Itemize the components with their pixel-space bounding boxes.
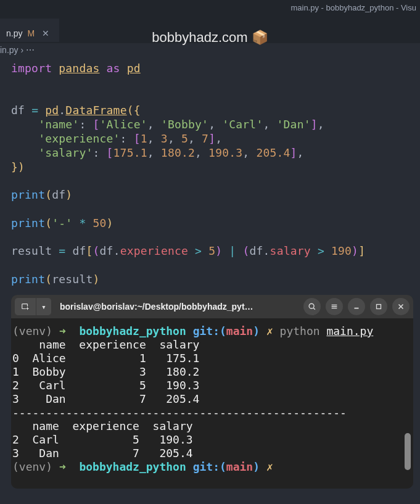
terminal-output: ----------------------------------------… [11, 406, 413, 419]
tabs-bar: n.py M ✕ [0, 19, 420, 43]
modified-badge: M [27, 28, 35, 38]
breadcrumb-text: in.py › ⋯ [0, 45, 35, 55]
terminal-newtab-group: ▾ [15, 298, 51, 315]
window-title-bar: main.py - bobbyhadz_python - Visu [0, 0, 420, 19]
code-line [11, 76, 420, 90]
code-line: print('-' * 50) [11, 217, 420, 231]
svg-rect-3 [377, 305, 381, 309]
maximize-icon[interactable] [370, 298, 387, 315]
terminal-output: name experience salary [11, 419, 413, 433]
breadcrumb[interactable]: in.py › ⋯ [0, 43, 420, 57]
search-icon[interactable] [303, 298, 321, 315]
new-tab-dropdown[interactable]: ▾ [36, 298, 51, 315]
menu-icon[interactable] [326, 298, 343, 315]
terminal-title: borislav@borislav:~/Desktop/bobbyhadz_py… [54, 302, 299, 312]
code-line: df = pd.DataFrame({ [11, 104, 420, 118]
code-line: 'salary': [175.1, 180.2, 190.3, 205.4], [11, 146, 420, 160]
tab-label: n.py [6, 28, 22, 38]
minimize-icon[interactable] [348, 298, 365, 315]
tab-mainpy[interactable]: n.py M ✕ [0, 19, 59, 42]
new-tab-button[interactable] [15, 298, 36, 315]
code-line [11, 258, 420, 273]
terminal-prompt: (venv) ➜ bobbyhadz_python git:(main) ✗ p… [11, 324, 413, 338]
terminal-header: ▾ borislav@borislav:~/Desktop/bobbyhadz_… [11, 295, 413, 318]
terminal-output: name experience salary [11, 338, 413, 352]
code-line: print(result) [11, 273, 420, 287]
code-line: 'experience': [1, 3, 5, 7], [11, 132, 420, 146]
code-line: import pandas as pd [11, 62, 420, 76]
code-line: }) [11, 160, 420, 175]
code-line [11, 202, 420, 217]
terminal-output: 0 Alice 1 175.1 [11, 352, 413, 365]
terminal-body[interactable]: (venv) ➜ bobbyhadz_python git:(main) ✗ p… [11, 318, 413, 489]
terminal-output: 1 Bobby 3 180.2 [11, 365, 413, 379]
code-editor[interactable]: import pandas as pd df = pd.DataFrame({ … [0, 57, 420, 287]
terminal-output: 3 Dan 7 205.4 [11, 392, 413, 406]
terminal-window: ▾ borislav@borislav:~/Desktop/bobbyhadz_… [11, 295, 413, 489]
close-icon[interactable]: ✕ [39, 28, 52, 38]
terminal-output: 2 Carl 5 190.3 [11, 433, 413, 447]
code-line [11, 174, 420, 188]
terminal-prompt: (venv) ➜ bobbyhadz_python git:(main) ✗ [11, 460, 413, 474]
code-line: result = df[(df.experience > 5) | (df.sa… [11, 244, 420, 258]
code-line [11, 231, 420, 245]
window-title: main.py - bobbyhadz_python - Visu [290, 3, 416, 12]
close-icon[interactable] [392, 298, 410, 315]
code-line: 'name': ['Alice', 'Bobby', 'Carl', 'Dan'… [11, 118, 420, 132]
code-line [11, 90, 420, 104]
terminal-output: 2 Carl 5 190.3 [11, 379, 413, 392]
code-line: print(df) [11, 188, 420, 202]
svg-point-2 [309, 304, 314, 308]
scrollbar-thumb[interactable] [405, 433, 411, 470]
terminal-output: 3 Dan 7 205.4 [11, 447, 413, 460]
